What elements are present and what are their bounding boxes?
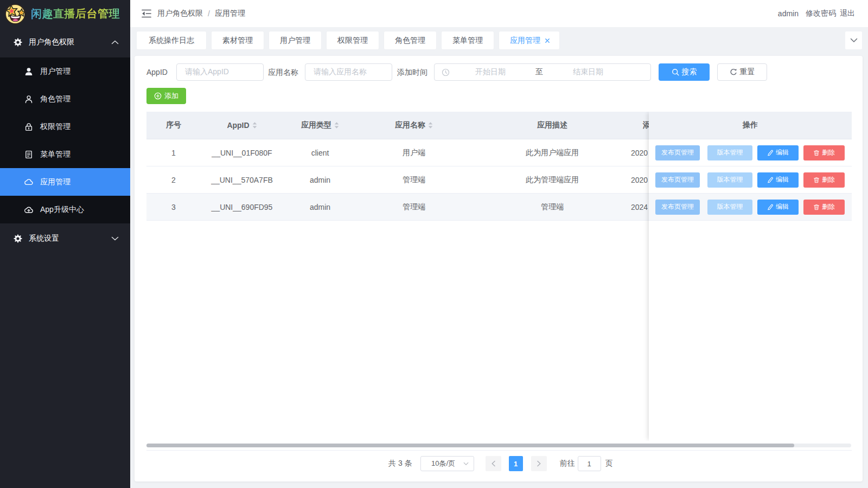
appid-placeholder: 请输入AppID [185,67,229,77]
sidebar-group-user-role-permission[interactable]: 用户角色权限 [0,27,130,57]
logout-link[interactable]: 退出 [840,9,855,18]
edit-button[interactable]: 编辑 [757,200,799,215]
column-header-label: 应用名称 [395,120,425,130]
publish-page-management-button[interactable]: 发布页管理 [655,172,700,188]
sidebar-item-role-management[interactable]: 角色管理 [0,85,130,113]
version-management-button[interactable]: 版本管理 [707,172,752,188]
search-button[interactable]: 搜索 [659,63,710,81]
goto-page-input[interactable]: 1 [578,456,601,471]
delete-button[interactable]: 删除 [803,172,845,188]
cell-name: 用户端 [357,139,471,166]
cell-appid: __UNI__570A7FB [201,166,283,193]
horizontal-scrollbar[interactable] [146,444,851,447]
tab-menu-management[interactable]: 菜单管理 [442,31,494,49]
next-page-button[interactable] [531,456,547,471]
edit-button[interactable]: 编辑 [757,145,799,160]
sidebar-item-label: 应用管理 [40,177,71,187]
delete-button[interactable]: 删除 [803,145,845,160]
version-management-button[interactable]: 版本管理 [707,145,752,160]
date-range-picker[interactable]: 开始日期 至 结束日期 [434,63,651,81]
version-management-button[interactable]: 版本管理 [707,200,752,215]
tabs: 系统操作日志 素材管理 用户管理 权限管理 角色管理 菜单管理 应用管理 [137,31,559,49]
cell-index: 3 [146,194,201,220]
tab-role-management[interactable]: 角色管理 [384,31,436,49]
sidebar-item-permission-management[interactable]: 权限管理 [0,113,130,140]
document-icon [24,150,34,159]
pencil-icon [767,150,774,156]
tab-system-operation-log[interactable]: 系统操作日志 [137,31,206,49]
column-header-label: 应用类型 [301,120,331,130]
tab-user-management[interactable]: 用户管理 [269,31,321,49]
chevron-down-icon [111,236,119,241]
change-password-link[interactable]: 修改密码 [806,9,836,18]
reset-button[interactable]: 重置 [717,63,767,81]
sidebar-item-app-management[interactable]: 应用管理 [0,168,130,196]
trash-icon [813,204,820,210]
appid-input[interactable]: 请输入AppID [176,63,264,81]
table-bottom-border [146,450,852,451]
sidebar-item-app-upgrade-center[interactable]: App升级中心 [0,196,130,223]
tab-material-management[interactable]: 素材管理 [212,31,264,49]
cell-description: 此为用户端应用 [471,139,634,166]
cell-appid: __UNI__690FD95 [201,194,283,220]
tabs-dropdown-button[interactable] [845,31,862,49]
top-header: 用户角色权限 / 应用管理 admin 修改密码 退出 [130,0,868,27]
appname-filter-label: 应用名称 [268,63,298,81]
cell-index: 1 [146,139,201,166]
column-header-name[interactable]: 应用名称 [357,112,471,139]
tab-permission-management[interactable]: 权限管理 [327,31,379,49]
breadcrumb-item-parent[interactable]: 用户角色权限 [157,9,203,18]
page-size-select[interactable]: 10条/页 [420,456,474,471]
refresh-icon [730,68,737,76]
chevron-left-icon [491,460,496,467]
fixed-actions-column: 操作 发布页管理 版本管理 编辑 删除 发布页管理 版本管理 [649,112,852,441]
button-label: 版本管理 [717,148,743,157]
scrollbar-thumb[interactable] [146,444,794,447]
sort-carets-icon[interactable] [428,122,433,129]
appid-filter-label: AppID [146,63,168,81]
sidebar-fold-icon[interactable] [141,8,152,20]
tab-label: 用户管理 [280,36,310,46]
cell-appid: __UNI__01F080F [201,139,283,166]
goto-label: 前往 [560,459,575,468]
publish-page-management-button[interactable]: 发布页管理 [655,145,700,160]
sidebar-item-user-management[interactable]: 用户管理 [0,57,130,85]
current-page-button[interactable]: 1 [509,456,523,471]
username-label[interactable]: admin [778,9,799,18]
header-user-area: admin 修改密码 退出 [778,0,855,27]
button-label: 删除 [822,175,835,184]
trash-icon [813,177,820,183]
sidebar-group-system-settings[interactable]: 系统设置 [0,223,130,254]
close-icon[interactable] [544,37,551,44]
row-actions: 发布页管理 版本管理 编辑 删除 [649,139,852,166]
sidebar-item-menu-management[interactable]: 菜单管理 [0,140,130,168]
publish-page-management-button[interactable]: 发布页管理 [655,200,700,215]
end-date-input[interactable]: 结束日期 [547,67,629,77]
cell-name: 管理端 [357,194,471,220]
sort-carets-icon[interactable] [334,122,339,129]
edit-button[interactable]: 编辑 [757,172,799,188]
sidebar-item-label: 权限管理 [40,122,71,132]
column-header-index: 序号 [146,112,201,139]
clock-icon [442,68,450,76]
sidebar-item-label: 菜单管理 [40,150,71,159]
column-header-type[interactable]: 应用类型 [283,112,357,139]
delete-button[interactable]: 删除 [803,200,845,215]
column-header-label: 序号 [166,120,181,130]
breadcrumb: 用户角色权限 / 应用管理 [157,0,245,27]
add-button[interactable]: 添加 [146,88,186,104]
sidebar-submenu: 用户管理 角色管理 权限管理 菜单管理 应用管理 [0,57,130,223]
tab-app-management-active[interactable]: 应用管理 [499,31,559,49]
sort-carets-icon[interactable] [252,122,257,129]
button-label: 编辑 [776,148,789,157]
column-header-label: 操作 [743,120,758,130]
prev-page-button[interactable] [486,456,501,471]
start-date-input[interactable]: 开始日期 [450,67,531,77]
add-button-label: 添加 [164,91,178,101]
column-header-appid[interactable]: AppID [201,112,283,139]
cell-name: 管理端 [357,166,471,193]
lock-icon [24,122,34,132]
cell-type: admin [283,194,357,220]
appname-input[interactable]: 请输入应用名称 [305,63,392,81]
column-header-label: AppID [227,121,249,130]
